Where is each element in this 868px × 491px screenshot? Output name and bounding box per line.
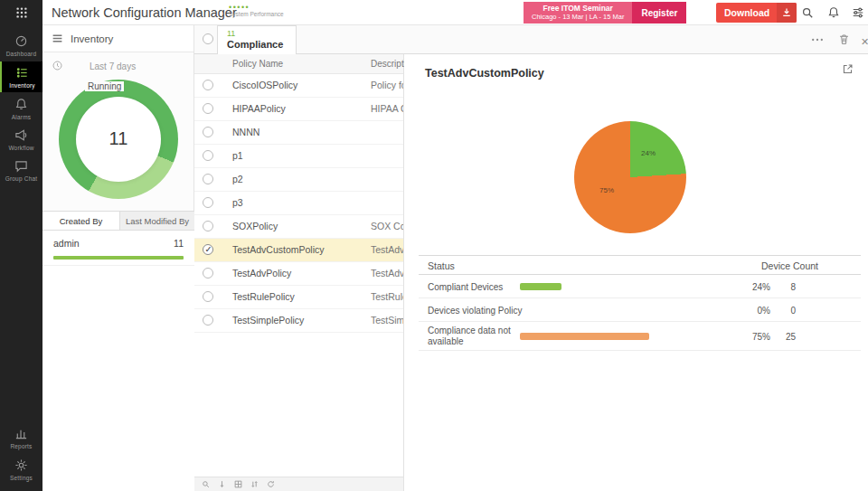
policy-row[interactable]: HIPAAPolicy HIPAA Con <box>194 98 403 121</box>
table-row[interactable]: Compliance data not available 75% 25 <box>419 322 861 351</box>
search-icon[interactable] <box>801 6 814 19</box>
policy-name[interactable]: TestRulePolicy <box>232 291 295 302</box>
policy-table-header: Policy Name Description <box>194 54 403 74</box>
policy-name[interactable]: p3 <box>232 197 243 208</box>
policy-name[interactable]: TestAdvPolicy <box>232 268 291 279</box>
status-table: Status Device Count Compliant Devices 24… <box>419 255 861 351</box>
promo-banner-text: Free ITOM Seminar Chicago - 13 Mar | LA … <box>524 2 632 24</box>
inventory-tabs: Created By Last Modified By <box>42 211 194 231</box>
sidebar-item-workflow[interactable]: Workflow <box>0 125 42 154</box>
sidebar-item-alarms[interactable]: Alarms <box>0 94 42 123</box>
list-item[interactable]: admin 11 <box>53 238 184 249</box>
donut-series-label: Running <box>85 81 124 91</box>
sidebar-item-label: Alarms <box>12 114 31 120</box>
status-percent: 0% <box>758 306 770 316</box>
sidebar-item-label: Settings <box>10 475 33 481</box>
clock-icon[interactable] <box>52 60 63 71</box>
more-options-icon[interactable] <box>811 33 824 46</box>
promo-banner[interactable]: Free ITOM Seminar Chicago - 13 Mar | LA … <box>524 2 686 24</box>
download-button[interactable]: Download <box>716 3 797 23</box>
performance-dots-icon: ••••• <box>229 4 284 11</box>
date-range-label[interactable]: Last 7 days <box>90 61 136 71</box>
policy-name[interactable]: p1 <box>232 150 243 161</box>
status-percent: 24% <box>752 282 770 292</box>
tab-created-by[interactable]: Created By <box>42 212 120 230</box>
select-all-radio[interactable] <box>203 33 213 44</box>
policy-name[interactable]: SOXPolicy <box>232 221 278 231</box>
radio-icon[interactable] <box>203 174 213 184</box>
sidebar-item-settings[interactable]: Settings <box>0 454 42 485</box>
policy-name[interactable]: CiscoIOSPolicy <box>232 80 297 90</box>
inventory-panel: Inventory Last 7 days 11 Running Created… <box>42 25 194 491</box>
radio-icon[interactable] <box>203 197 213 208</box>
created-by-list: admin 11 <box>42 231 194 491</box>
policy-row[interactable]: p3 <box>194 192 403 215</box>
radio-icon[interactable] <box>203 127 213 137</box>
trash-icon[interactable] <box>838 33 850 45</box>
refresh-icon[interactable] <box>267 480 275 488</box>
radio-icon[interactable] <box>203 221 213 231</box>
table-row[interactable]: Devices violating Policy 0% 0 <box>419 298 861 322</box>
policy-row[interactable]: NNNN <box>194 121 403 145</box>
policy-row[interactable]: p2 <box>194 168 403 192</box>
table-row[interactable]: Compliant Devices 24% 8 <box>419 275 861 298</box>
policy-name[interactable]: NNNN <box>232 127 259 137</box>
list-toolbar <box>194 477 403 491</box>
megaphone-icon <box>14 128 28 142</box>
policy-row[interactable]: TestSimplePolicy TestSimple <box>194 309 403 333</box>
system-performance[interactable]: ••••• System Performance <box>229 4 284 17</box>
inventory-icon <box>15 66 29 80</box>
policy-name[interactable]: p2 <box>232 174 243 184</box>
policy-row[interactable]: p1 <box>194 145 403 168</box>
sort-icon[interactable] <box>250 480 259 488</box>
inventory-panel-header: Inventory <box>42 25 193 52</box>
radio-icon[interactable] <box>203 268 213 279</box>
banner-line-2: Chicago - 13 Mar | LA - 15 Mar <box>532 13 624 22</box>
apps-grid-button[interactable] <box>0 0 42 25</box>
register-button[interactable]: Register <box>632 2 686 24</box>
check-icon[interactable] <box>203 244 213 255</box>
notification-bell-icon[interactable] <box>827 6 840 19</box>
policy-name[interactable]: TestAdvCustomPolicy <box>232 244 325 255</box>
close-icon[interactable] <box>861 33 868 49</box>
bar-chart-icon <box>14 427 28 440</box>
banner-line-1: Free ITOM Seminar <box>532 4 624 13</box>
tab-last-modified-by[interactable]: Last Modified By <box>120 212 194 230</box>
sidebar-item-inventory[interactable]: Inventory <box>0 61 42 92</box>
status-label: Compliant Devices <box>428 282 527 293</box>
radio-icon[interactable] <box>203 80 213 90</box>
apps-grid-icon <box>15 6 28 19</box>
hamburger-icon[interactable] <box>52 33 63 44</box>
pin-icon[interactable] <box>218 480 226 488</box>
sliders-icon[interactable] <box>852 6 864 19</box>
expand-icon[interactable] <box>842 63 854 75</box>
policy-row[interactable]: TestRulePolicy TestRulePo <box>194 286 403 309</box>
policy-name[interactable]: HIPAAPolicy <box>232 103 286 114</box>
policy-row[interactable]: TestAdvPolicy TestAdvPo <box>194 262 403 286</box>
pie-label-not-available: 75% <box>599 186 614 194</box>
sidebar-item-dashboard[interactable]: Dashboard <box>0 31 42 60</box>
radio-icon[interactable] <box>203 291 213 302</box>
sidebar-item-group-chat[interactable]: Group Chat <box>0 156 42 184</box>
app-window: Dashboard Inventory Alarms Workflow Grou… <box>0 0 868 491</box>
policy-row[interactable]: CiscoIOSPolicy Policy for C <box>194 74 403 98</box>
creator-count-bar <box>53 256 184 260</box>
pie-label-compliant: 24% <box>641 149 656 157</box>
policy-description: TestRulePo <box>371 291 403 302</box>
sidebar-item-reports[interactable]: Reports <box>0 423 42 452</box>
policy-name[interactable]: TestSimplePolicy <box>232 315 304 326</box>
policy-description: TestSimple <box>371 315 403 326</box>
radio-icon[interactable] <box>203 315 213 326</box>
status-bar <box>520 333 649 340</box>
content-header: 11 Compliance <box>194 25 868 54</box>
radio-icon[interactable] <box>203 150 213 161</box>
dashboard-icon <box>14 34 28 48</box>
radio-icon[interactable] <box>203 103 213 114</box>
grid-icon[interactable] <box>234 480 242 488</box>
policy-row-selected[interactable]: TestAdvCustomPolicy TestAdvCu <box>194 239 403 262</box>
device-count: 25 <box>786 332 796 342</box>
policy-description: TestAdvCu <box>371 244 403 255</box>
tab-compliance[interactable]: 11 Compliance <box>217 25 297 54</box>
policy-row[interactable]: SOXPolicy SOX Comp <box>194 215 403 239</box>
zoom-icon[interactable] <box>202 480 210 488</box>
